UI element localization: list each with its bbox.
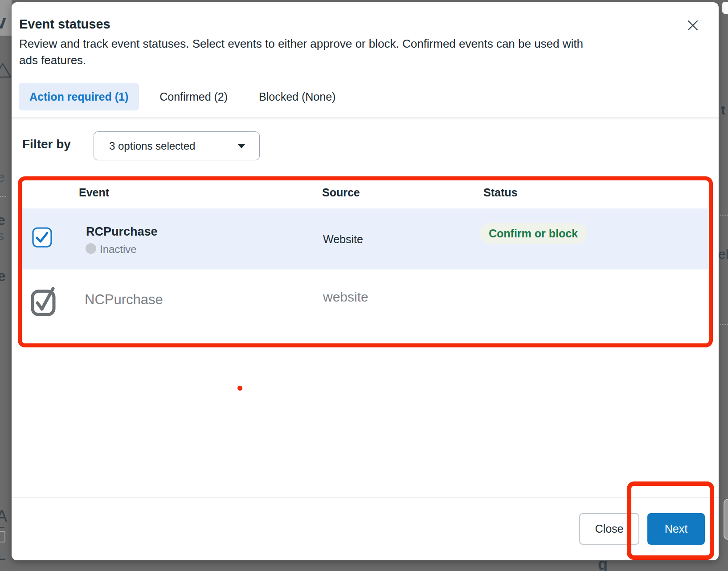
event-source: Website: [323, 233, 363, 246]
column-header-source: Source: [322, 186, 360, 199]
chevron-down-icon: [237, 143, 246, 149]
filter-dropdown[interactable]: 3 options selected: [94, 131, 260, 160]
filter-dropdown-value: 3 options selected: [109, 140, 195, 152]
background-button-fragment: [724, 499, 728, 540]
background-box-fragment: [0, 531, 5, 542]
background-text-fragment: el: [718, 247, 728, 262]
inactive-status-dot: [86, 243, 96, 254]
modal-description-line1: Review and track event statuses. Select …: [19, 36, 583, 52]
background-dotted-line: [718, 324, 728, 325]
background-text-fragment: L: [0, 546, 6, 563]
row-checkbox-annotated[interactable]: [30, 286, 58, 316]
tab-confirmed[interactable]: Confirmed (2): [149, 83, 238, 110]
event-name: RCPurchase: [86, 225, 158, 239]
column-header-event: Event: [79, 186, 109, 199]
close-button[interactable]: Close: [579, 513, 639, 545]
tab-action-required[interactable]: Action required (1): [19, 83, 139, 110]
screen: v e e s e A L t el g Event statuses Revi…: [0, 0, 728, 571]
tab-blocked[interactable]: Blocked (None): [248, 83, 346, 110]
background-text-fragment: e: [0, 212, 5, 228]
column-header-status: Status: [483, 186, 517, 199]
filter-by-label: Filter by: [22, 137, 71, 151]
background-patch-top-right: [722, 2, 728, 14]
background-text-fragment: v: [0, 12, 6, 33]
background-text-fragment: t: [721, 102, 725, 118]
row-checkbox-checked[interactable]: [32, 227, 52, 248]
warning-triangle-icon-fragment: [0, 62, 12, 78]
status-tabs: Action required (1) Confirmed (2) Blocke…: [19, 83, 346, 110]
background-text-fragment: e: [0, 170, 5, 185]
modal-description-line2: ads features.: [19, 52, 86, 68]
background-line-fragment: [0, 527, 4, 528]
next-button[interactable]: Next: [647, 513, 705, 545]
background-text-fragment: A: [0, 507, 7, 526]
modal-header-shadow: [12, 117, 719, 120]
table-row[interactable]: [22, 208, 709, 269]
background-dotted-line: [718, 215, 728, 216]
event-status-label: Inactive: [100, 243, 137, 256]
background-text-fragment: s: [0, 228, 4, 243]
background-text-fragment: e: [0, 267, 6, 285]
event-name: NCPurchase: [85, 292, 163, 308]
close-icon[interactable]: [685, 18, 700, 33]
footer-divider: [12, 498, 719, 498]
status-badge[interactable]: Confirm or block: [480, 223, 587, 244]
background-dotted-line: [0, 196, 6, 197]
event-source: website: [323, 290, 368, 305]
annotation-dot: [237, 386, 242, 391]
modal-title: Event statuses: [19, 17, 110, 32]
